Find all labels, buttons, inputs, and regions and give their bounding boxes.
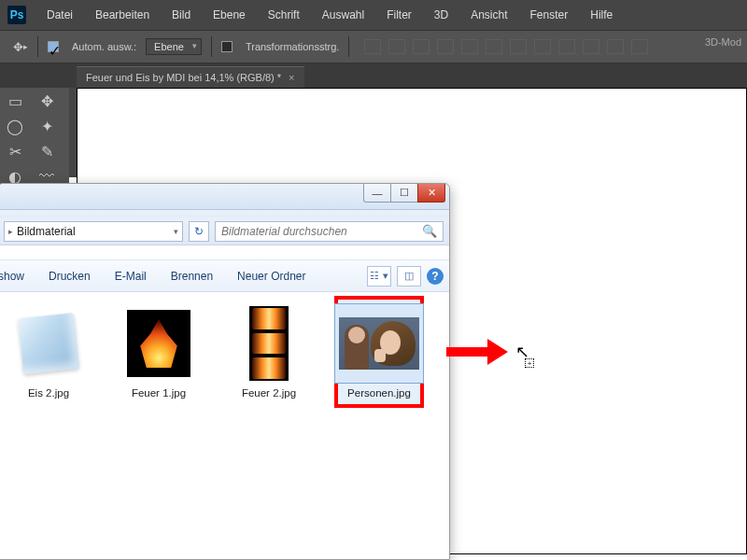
move-tool-icon[interactable]: ✥▸ [13,40,28,54]
distribute-icon[interactable] [607,39,624,54]
refresh-button[interactable]: ↻ [189,221,209,242]
ps-menubar: Ps Datei Bearbeiten Bild Ebene Schrift A… [0,0,747,30]
menu-fenster[interactable]: Fenster [519,3,580,27]
menu-bearbeiten[interactable]: Bearbeiten [84,3,161,27]
crop-tool-icon[interactable]: ✂ [4,142,26,161]
address-bar-row: ▸ Bildmaterial ▾ ↻ 🔍 [0,217,449,245]
breadcrumb[interactable]: ▸ Bildmaterial ▾ [4,221,183,242]
menu-bild[interactable]: Bild [161,3,202,27]
explorer-toolbar: Diashow Drucken E-Mail Brennen Neuer Ord… [0,260,449,292]
preview-pane-button[interactable]: ◫ [397,266,421,287]
file-list[interactable]: Eis 2.jpg Feuer 1.jpg Feuer 2.jpg Person… [0,292,449,559]
thumbnail-ice [18,313,79,374]
file-name: Personen.jpg [347,387,411,399]
file-item[interactable]: Eis 2.jpg [4,303,93,399]
lasso-tool-icon[interactable]: ◯ [4,117,26,135]
maximize-button[interactable]: ☐ [390,184,418,203]
menu-filter[interactable]: Filter [375,3,423,27]
photoshop-window: Ps Datei Bearbeiten Bild Ebene Schrift A… [0,0,747,177]
auto-select-checkbox[interactable]: ✓ [48,41,59,52]
align-icon[interactable] [364,39,381,54]
search-input[interactable] [221,225,422,238]
tab-close-icon[interactable]: × [289,72,294,83]
menu-schrift[interactable]: Schrift [257,3,311,27]
breadcrumb-folder: Bildmaterial [17,225,76,238]
menu-hilfe[interactable]: Hilfe [579,3,624,27]
search-box[interactable]: 🔍 [215,221,444,242]
menu-datei[interactable]: Datei [35,3,84,27]
new-folder-button[interactable]: Neuer Ordner [226,265,317,287]
diashow-button[interactable]: Diashow [0,265,35,287]
chevron-down-icon[interactable]: ▾ [174,227,178,236]
distribute-icon[interactable] [510,39,527,54]
file-name: Feuer 1.jpg [132,387,186,399]
drag-arrow-annotation [446,339,508,365]
auto-select-label: Autom. ausw.: [72,41,136,52]
search-icon[interactable]: 🔍 [422,224,437,238]
email-button[interactable]: E-Mail [104,265,158,287]
close-button[interactable]: ✕ [417,184,445,203]
marquee-tool-icon[interactable]: ▭ [4,91,26,110]
cursor-copy-icon: + [525,358,534,368]
distribute-icon[interactable] [583,39,599,54]
mode-3d-label[interactable]: 3D-Mod [705,36,741,48]
burn-button[interactable]: Brennen [160,265,224,287]
file-item[interactable]: Feuer 1.jpg [114,303,204,399]
move-tool-icon[interactable]: ✥ [35,91,58,110]
align-icon[interactable] [388,39,405,54]
minimize-button[interactable]: — [363,184,391,203]
thumbnail-fire [249,306,289,381]
align-icons [364,39,648,54]
menu-ebene[interactable]: Ebene [202,3,257,27]
thumbnail-fire [127,310,190,377]
file-item[interactable]: Feuer 2.jpg [224,303,314,399]
ps-options-bar: ✥▸ ✓ Autom. ausw.: Ebene Transformations… [0,30,747,63]
file-name: Feuer 2.jpg [242,387,296,399]
transform-label: Transformationsstrg. [246,41,339,52]
explorer-window: — ☐ ✕ ▸ Bildmaterial ▾ ↻ 🔍 Diashow Druck… [0,183,450,560]
explorer-titlebar[interactable]: — ☐ ✕ [0,184,449,210]
layer-dropdown[interactable]: Ebene [146,38,202,55]
ps-logo-icon: Ps [7,6,26,24]
align-icon[interactable] [461,39,478,54]
ps-tool-panel: ▭ ✥ ◯ ✦ ✂ ✎ ◐ 〰 [0,88,69,190]
menu-auswahl[interactable]: Auswahl [311,3,375,27]
align-icon[interactable] [437,39,454,54]
help-icon[interactable]: ? [427,268,444,285]
thumbnail-persons [339,317,419,370]
file-name: Eis 2.jpg [28,387,69,399]
print-button[interactable]: Drucken [37,265,102,287]
distribute-icon[interactable] [534,39,551,54]
distribute-icon[interactable] [631,39,648,54]
tab-title: Feuer und Eis by MDI bei 14,1% (RGB/8) * [86,72,281,83]
distribute-icon[interactable] [558,39,575,54]
align-icon[interactable] [413,39,430,54]
align-icon[interactable] [486,39,502,54]
chevron-right-icon: ▸ [8,227,13,236]
document-tab[interactable]: Feuer und Eis by MDI bei 14,1% (RGB/8) *… [77,66,304,88]
file-item-selected[interactable]: Personen.jpg [334,296,424,408]
menu-ansicht[interactable]: Ansicht [459,3,518,27]
eyedropper-tool-icon[interactable]: ✎ [35,142,58,161]
view-mode-button[interactable]: ☷ ▾ [367,266,391,287]
ps-tabbar: Feuer und Eis by MDI bei 14,1% (RGB/8) *… [0,63,747,88]
transform-checkbox[interactable] [221,41,233,52]
menu-3d[interactable]: 3D [423,3,459,27]
wand-tool-icon[interactable]: ✦ [35,117,58,135]
